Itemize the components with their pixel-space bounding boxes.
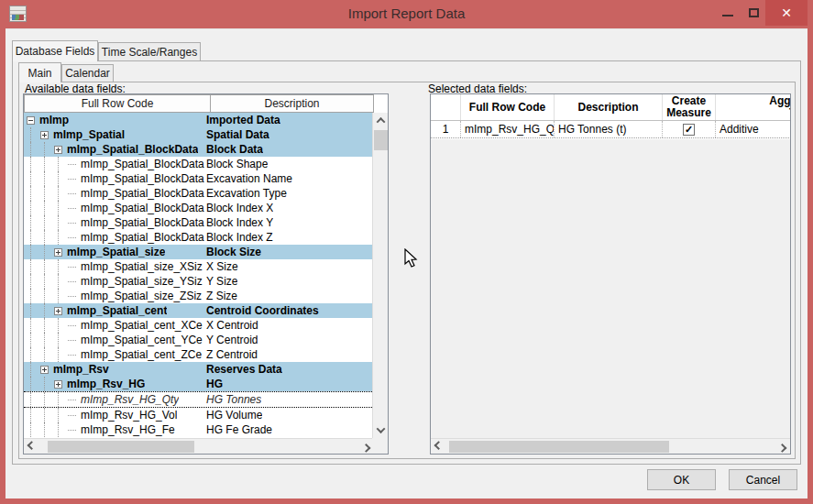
maximize-icon bbox=[749, 8, 759, 17]
maximize-button[interactable] bbox=[742, 0, 765, 26]
tree-vertical-scrollbar[interactable] bbox=[372, 113, 388, 438]
tree-guide-line bbox=[44, 230, 45, 245]
scroll-down-arrow-icon[interactable] bbox=[373, 422, 389, 438]
tree-guide-line bbox=[30, 318, 31, 333]
tree-leaf-row[interactable]: mImp_Spatial_size_YSizY Size bbox=[24, 274, 374, 289]
tree-leaf-row[interactable]: mImp_Rsv_HG_QtyHG Tonnes bbox=[24, 391, 374, 408]
tree-guide-line bbox=[44, 157, 45, 171]
grid-horizontal-scrollbar[interactable] bbox=[431, 438, 790, 454]
scroll-up-arrow-icon[interactable] bbox=[373, 113, 389, 128]
import-report-data-dialog: Import Report Data ✕ Database Fields Tim… bbox=[0, 0, 813, 504]
tree-guide-line bbox=[30, 422, 31, 437]
tree-leaf-row[interactable]: mImp_Spatial_BlockDataBlock Index Y bbox=[24, 215, 374, 230]
tree-group-row[interactable]: mImp_Spatial_centCentroid Coordinates bbox=[24, 303, 374, 318]
tab-time-scale-ranges[interactable]: Time Scale/Ranges bbox=[98, 42, 201, 61]
tree-guide-line bbox=[30, 142, 31, 157]
grid-header-row-number bbox=[431, 94, 461, 120]
column-header-description[interactable]: Description bbox=[211, 94, 374, 113]
tree-connector-line bbox=[68, 223, 76, 224]
tree-connector-line bbox=[68, 430, 76, 431]
tree-leaf-row[interactable]: mImp_Spatial_size_XSizX Size bbox=[24, 259, 374, 274]
tree-guide-line bbox=[44, 318, 45, 333]
tab-calendar[interactable]: Calendar bbox=[61, 64, 114, 82]
tree-description: Imported Data bbox=[206, 114, 280, 126]
minimize-button[interactable] bbox=[716, 0, 740, 26]
column-header-full-row-code[interactable]: Full Row Code bbox=[24, 94, 211, 113]
tab-main[interactable]: Main bbox=[18, 62, 61, 82]
tree-code: mImp_Spatial_BlockData bbox=[67, 143, 198, 156]
tree-code: mImp_Spatial_cent_YCe bbox=[81, 334, 203, 346]
ok-button[interactable]: OK bbox=[647, 469, 716, 490]
tree-leaf-row[interactable]: mImp_Spatial_cent_YCeY Centroid bbox=[24, 333, 374, 347]
expand-icon[interactable] bbox=[40, 131, 49, 139]
tree-leaf-row[interactable]: mImp_Spatial_BlockDataBlock Index Z bbox=[24, 230, 374, 245]
tree-leaf-row[interactable]: mImp_Spatial_BlockDataBlock Index X bbox=[24, 201, 374, 215]
tree-code: mImp_Spatial_BlockData bbox=[81, 187, 204, 200]
grid-header-full-row-code[interactable]: Full Row Code bbox=[461, 94, 555, 120]
expand-icon[interactable] bbox=[40, 366, 49, 374]
close-button[interactable]: ✕ bbox=[765, 0, 808, 26]
tree-description: HG Fe Grade bbox=[206, 423, 272, 436]
scroll-left-arrow-icon[interactable] bbox=[24, 439, 39, 455]
horizontal-scrollbar-thumb[interactable] bbox=[449, 441, 669, 453]
tree-leaf-row[interactable]: mImp_Spatial_size_ZSizZ Size bbox=[24, 289, 374, 303]
tree-guide-line bbox=[30, 362, 31, 377]
tree-group-row[interactable]: mImp_Spatial_BlockDataBlock Data bbox=[24, 142, 374, 157]
tree-group-row[interactable]: mImp_Rsv_HGHG bbox=[24, 377, 374, 391]
collapse-icon[interactable] bbox=[27, 116, 35, 125]
tab-database-fields[interactable]: Database Fields bbox=[12, 40, 98, 61]
tree-guide-line bbox=[58, 422, 59, 437]
tree-group-row[interactable]: mImp_RsvReserves Data bbox=[24, 362, 374, 377]
aggregation-type-cell[interactable]: Additive bbox=[716, 121, 790, 137]
tree-leaf-row[interactable]: mImp_Spatial_BlockDataBlock Shape bbox=[24, 157, 374, 171]
cancel-button[interactable]: Cancel bbox=[729, 469, 797, 490]
tree-guide-line bbox=[58, 333, 59, 347]
tree-leaf-row[interactable]: mImp_Spatial_cent_XCeX Centroid bbox=[24, 318, 374, 333]
tree-connector-line bbox=[68, 340, 76, 341]
tree-code: mImp_Rsv_HG_Vol bbox=[81, 409, 177, 422]
full-row-code-cell: mImp_Rsv_HG_Qty bbox=[461, 121, 555, 137]
tree-leaf-row[interactable]: mImp_Spatial_BlockDataExcavation Name bbox=[24, 171, 374, 186]
tree-group-row[interactable]: mImpImported Data bbox=[24, 113, 374, 127]
grid-data-row[interactable]: 1mImp_Rsv_HG_QtyHG Tonnes (t)✓Additive bbox=[431, 121, 790, 138]
mouse-cursor bbox=[404, 248, 418, 268]
tree-description: Spatial Data bbox=[206, 128, 269, 141]
tree-guide-line bbox=[30, 259, 31, 274]
tree-guide-line bbox=[44, 303, 45, 318]
tree-connector-line bbox=[68, 237, 76, 238]
tree-guide-line bbox=[58, 259, 59, 274]
vertical-scrollbar-thumb[interactable] bbox=[374, 130, 388, 150]
horizontal-scrollbar-thumb[interactable] bbox=[48, 441, 194, 453]
expand-icon[interactable] bbox=[54, 307, 62, 315]
tree-guide-line bbox=[44, 408, 45, 422]
scroll-right-arrow-icon[interactable] bbox=[775, 439, 790, 455]
expand-icon[interactable] bbox=[54, 146, 62, 154]
tree-guide-line bbox=[30, 303, 31, 318]
scroll-left-arrow-icon[interactable] bbox=[431, 439, 446, 455]
tree-leaf-row[interactable]: mImp_Rsv_HG_VolHG Volume bbox=[24, 408, 374, 422]
tree-description: Block Index Y bbox=[206, 216, 273, 229]
tree-horizontal-scrollbar[interactable] bbox=[24, 438, 374, 454]
titlebar[interactable]: Import Report Data ✕ bbox=[0, 0, 813, 28]
grid-header-create-measure[interactable]: Create Measure bbox=[663, 94, 716, 120]
tree-group-row[interactable]: mImp_Spatial_sizeBlock Size bbox=[24, 245, 374, 259]
tree-description: HG Volume bbox=[206, 409, 262, 422]
grid-header-description[interactable]: Description bbox=[555, 94, 663, 120]
tree-guide-line bbox=[30, 392, 31, 407]
grid-header-aggregation-type[interactable]: Aggrega Type bbox=[716, 94, 790, 120]
expand-icon[interactable] bbox=[54, 380, 62, 389]
expand-icon[interactable] bbox=[54, 248, 62, 257]
grid-header-row: Full Row Code Description Create Measure… bbox=[431, 94, 790, 121]
tree-guide-line bbox=[58, 186, 59, 201]
create-measure-checkbox[interactable]: ✓ bbox=[683, 124, 695, 136]
tree-code: mImp_Spatial_BlockData bbox=[81, 202, 204, 214]
tree-group-row[interactable]: mImp_SpatialSpatial Data bbox=[24, 127, 374, 142]
tree-guide-line bbox=[30, 157, 31, 171]
tree-guide-line bbox=[44, 377, 45, 391]
tree-guide-line bbox=[58, 171, 59, 186]
tree-leaf-row[interactable]: mImp_Spatial_BlockDataExcavation Type bbox=[24, 186, 374, 201]
tree-guide-line bbox=[44, 274, 45, 289]
tree-guide-line bbox=[30, 186, 31, 201]
tree-leaf-row[interactable]: mImp_Spatial_cent_ZCeZ Centroid bbox=[24, 347, 374, 362]
tree-leaf-row[interactable]: mImp_Rsv_HG_FeHG Fe Grade bbox=[24, 422, 374, 437]
